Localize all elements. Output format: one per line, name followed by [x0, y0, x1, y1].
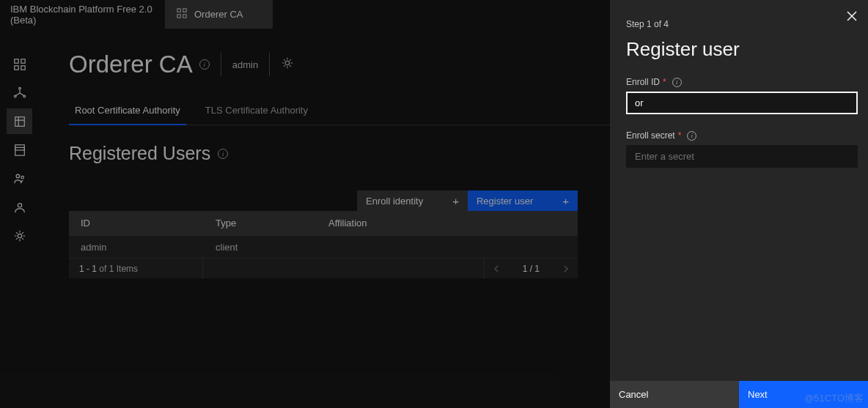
enroll-secret-input[interactable] — [626, 145, 858, 168]
cancel-button[interactable]: Cancel — [610, 381, 739, 408]
panel-step: Step 1 of 4 — [610, 0, 868, 29]
required-asterisk: * — [663, 77, 666, 87]
next-button[interactable]: Next — [739, 381, 868, 408]
label-text: Enroll ID — [626, 77, 660, 87]
register-user-panel: Step 1 of 4 Register user Enroll ID * i … — [610, 0, 868, 408]
panel-footer: Cancel Next — [610, 381, 868, 408]
label-text: Enroll secret — [626, 130, 675, 141]
close-icon[interactable] — [846, 10, 858, 25]
panel-form: Enroll ID * i Enroll secret * i — [610, 77, 868, 381]
required-asterisk: * — [678, 130, 682, 141]
info-icon[interactable]: i — [687, 131, 696, 141]
panel-title: Register user — [610, 29, 868, 77]
enroll-id-label: Enroll ID * i — [626, 77, 858, 87]
enroll-id-input[interactable] — [626, 92, 858, 114]
enroll-secret-label: Enroll secret * i — [626, 130, 858, 141]
info-icon[interactable]: i — [672, 78, 682, 87]
